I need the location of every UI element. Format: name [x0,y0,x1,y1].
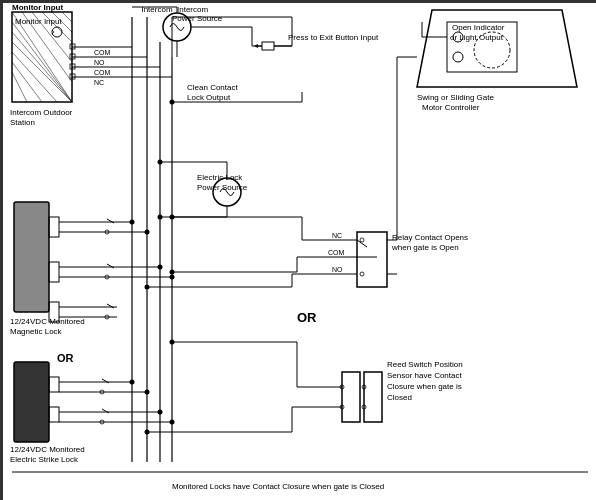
svg-text:Intercom: Intercom [141,5,172,14]
svg-point-87 [130,220,135,225]
svg-text:NO: NO [332,266,343,273]
svg-text:Power Source: Power Source [172,14,223,23]
svg-text:Swing or Sliding Gate: Swing or Sliding Gate [417,93,494,102]
svg-text:when gate is Open: when gate is Open [391,243,459,252]
svg-text:Closed: Closed [387,393,412,402]
svg-rect-64 [14,202,49,312]
svg-text:Monitor Input: Monitor Input [12,3,63,12]
svg-text:12/24VDC Monitored: 12/24VDC Monitored [10,317,85,326]
svg-point-93 [170,275,175,280]
svg-text:Electric Lock: Electric Lock [197,173,243,182]
svg-text:OR: OR [297,310,317,325]
svg-point-116 [170,420,175,425]
svg-text:Intercom Outdoor: Intercom Outdoor [10,108,73,117]
svg-text:NC: NC [332,232,342,239]
svg-point-139 [170,270,175,275]
svg-text:Reed Switch Position: Reed Switch Position [387,360,463,369]
svg-text:OR: OR [57,352,74,364]
svg-rect-94 [14,362,49,442]
svg-text:12/24VDC Monitored: 12/24VDC Monitored [10,445,85,454]
svg-rect-121 [357,232,387,287]
svg-text:Press to Exit Button Input: Press to Exit Button Input [288,33,379,42]
svg-point-56 [170,100,175,105]
svg-text:Sensor have Contact: Sensor have Contact [387,371,462,380]
svg-point-135 [158,215,163,220]
svg-text:Relay Contact Opens: Relay Contact Opens [392,233,468,242]
svg-text:COM: COM [328,249,345,256]
svg-point-110 [130,380,135,385]
svg-text:Power Source: Power Source [197,183,248,192]
svg-point-60 [158,160,163,165]
svg-point-91 [158,265,163,270]
svg-text:Electric Strike Lock: Electric Strike Lock [10,455,79,464]
svg-text:NO: NO [94,59,105,66]
svg-text:COM: COM [94,69,111,76]
svg-text:Motor Controller: Motor Controller [422,103,480,112]
svg-text:Station: Station [10,118,35,127]
svg-point-143 [145,285,150,290]
svg-point-162 [145,430,150,435]
svg-text:Monitored Locks have Contact C: Monitored Locks have Contact Closure whe… [172,482,384,491]
svg-text:COM: COM [94,49,111,56]
svg-text:Intercom: Intercom [177,5,208,14]
svg-text:Monitor Input: Monitor Input [15,17,62,26]
svg-text:Lock Output: Lock Output [187,93,231,102]
svg-text:Open Indicator: Open Indicator [452,23,505,32]
svg-point-112 [145,390,150,395]
svg-text:Closure when gate is: Closure when gate is [387,382,462,391]
svg-point-158 [170,340,175,345]
wiring-diagram: Monitor Input COM NO COM NC [0,0,596,500]
svg-text:Magnetic Lock: Magnetic Lock [10,327,63,336]
svg-text:or Light Output: or Light Output [450,33,504,42]
svg-text:NC: NC [94,79,104,86]
svg-text:Clean Contact: Clean Contact [187,83,238,92]
svg-point-89 [145,230,150,235]
svg-point-114 [158,410,163,415]
